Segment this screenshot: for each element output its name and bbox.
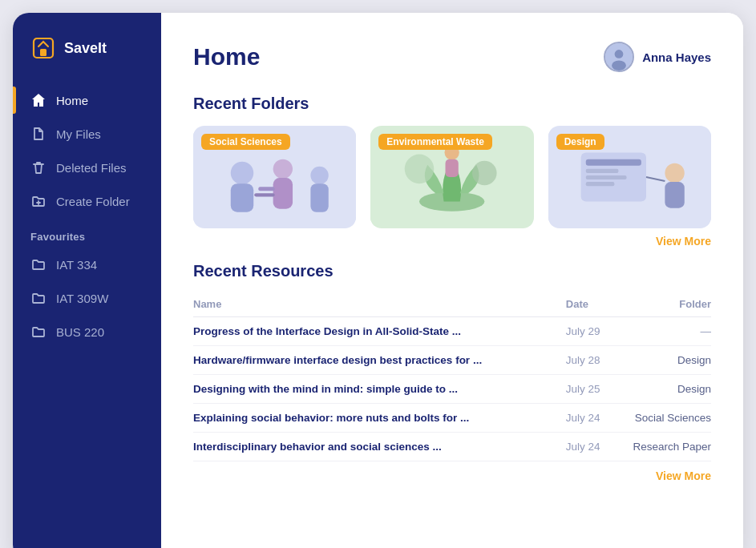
table-row: Progress of the Interface Design in All-… <box>193 317 711 346</box>
resource-date-4: July 24 <box>566 404 610 433</box>
svg-rect-11 <box>254 193 274 196</box>
logo-text: SaveIt <box>64 40 107 57</box>
folder-icon-iat334 <box>30 256 46 272</box>
recent-folders-title: Recent Folders <box>193 95 711 113</box>
svg-rect-25 <box>585 182 614 186</box>
recent-resources-title: Recent Resources <box>193 262 711 280</box>
svg-rect-27 <box>665 182 684 208</box>
resource-name-1[interactable]: Progress of the Interface Design in All-… <box>193 325 461 337</box>
svg-rect-19 <box>446 159 459 177</box>
saveit-logo-icon <box>30 35 56 61</box>
avatar <box>604 42 634 72</box>
folder-card-label-design: Design <box>556 134 604 150</box>
resource-date-3: July 25 <box>566 375 610 404</box>
resource-date-5: July 24 <box>566 433 610 461</box>
folder-card-label-env: Environmental Waste <box>378 134 492 150</box>
svg-rect-24 <box>585 175 626 179</box>
app-container: SaveIt Home My Files Deleted Files <box>13 13 743 548</box>
files-icon <box>30 126 46 142</box>
sidebar-logo: SaveIt <box>13 35 161 83</box>
resource-name-5[interactable]: Interdisciplinary behavior and social sc… <box>193 441 442 453</box>
resource-folder-1: — <box>610 317 711 346</box>
sidebar-item-deleted-files[interactable]: Deleted Files <box>13 151 161 184</box>
resource-folder-4: Social Sciences <box>610 404 711 433</box>
resource-name-4[interactable]: Explaining social behavior: more nuts an… <box>193 412 469 424</box>
folder-card-design[interactable]: Design <box>548 126 711 228</box>
sidebar-item-iat309w-label: IAT 309W <box>56 292 108 305</box>
table-row: Explaining social behavior: more nuts an… <box>193 404 711 433</box>
col-header-name: Name <box>193 293 566 317</box>
resource-date-2: July 28 <box>566 346 610 375</box>
svg-point-3 <box>615 50 624 58</box>
svg-rect-22 <box>585 159 641 166</box>
resources-view-more[interactable]: View More <box>193 469 711 482</box>
resource-folder-5: Research Paper <box>610 433 711 461</box>
col-header-date: Date <box>566 293 610 317</box>
folder-card-environmental[interactable]: Environmental Waste <box>370 126 533 228</box>
resources-table-body: Progress of the Interface Design in All-… <box>193 317 711 461</box>
sidebar: SaveIt Home My Files Deleted Files <box>13 13 161 548</box>
resource-folder-2: Design <box>610 346 711 375</box>
svg-rect-7 <box>231 183 253 212</box>
main-header: Home Anna Hayes <box>193 42 711 72</box>
folders-view-more[interactable]: View More <box>193 235 711 248</box>
col-header-folder: Folder <box>610 293 711 317</box>
sidebar-item-create-folder[interactable]: Create Folder <box>13 184 161 218</box>
table-row: Interdisciplinary behavior and social sc… <box>193 433 711 461</box>
sidebar-item-create-folder-label: Create Folder <box>56 195 130 208</box>
folders-grid: Social Sciences <box>193 126 711 228</box>
folder-icon-iat309w <box>30 290 46 306</box>
svg-rect-9 <box>273 178 293 209</box>
resource-folder-3: Design <box>610 375 711 404</box>
resource-date-1: July 29 <box>566 317 610 346</box>
sidebar-item-bus220[interactable]: BUS 220 <box>13 315 161 349</box>
svg-point-17 <box>472 161 496 185</box>
home-icon <box>30 92 46 108</box>
svg-point-26 <box>665 163 684 183</box>
sidebar-item-home[interactable]: Home <box>13 83 161 117</box>
resource-name-3[interactable]: Designing with the mind in mind: simple … <box>193 383 458 395</box>
sidebar-item-iat334-label: IAT 334 <box>56 258 97 272</box>
svg-point-8 <box>273 159 293 179</box>
trash-icon <box>30 159 46 175</box>
sidebar-item-my-files[interactable]: My Files <box>13 117 161 151</box>
user-name: Anna Hayes <box>642 50 711 64</box>
folder-plus-icon <box>30 193 46 209</box>
folder-card-social-sciences[interactable]: Social Sciences <box>193 126 356 228</box>
svg-rect-23 <box>585 169 618 173</box>
sidebar-item-iat334[interactable]: IAT 334 <box>13 248 161 281</box>
folder-card-label-social: Social Sciences <box>201 134 290 150</box>
sidebar-item-bus220-label: BUS 220 <box>56 325 104 339</box>
sidebar-item-my-files-label: My Files <box>56 127 101 141</box>
svg-rect-1 <box>40 49 46 56</box>
svg-rect-13 <box>310 183 328 212</box>
resources-table-head: Name Date Folder <box>193 293 711 317</box>
resources-table: Name Date Folder Progress of the Interfa… <box>193 293 711 461</box>
svg-rect-10 <box>258 187 274 191</box>
svg-point-16 <box>405 155 435 184</box>
user-info: Anna Hayes <box>604 42 711 72</box>
main-content: Home Anna Hayes Recent Folders Social Sc… <box>161 13 743 548</box>
table-row: Designing with the mind in mind: simple … <box>193 375 711 404</box>
page-title: Home <box>193 43 260 71</box>
folder-icon-bus220 <box>30 324 46 340</box>
svg-point-6 <box>231 162 253 184</box>
avatar-image <box>605 42 633 72</box>
sidebar-item-deleted-files-label: Deleted Files <box>56 161 127 175</box>
sidebar-item-home-label: Home <box>56 94 88 107</box>
sidebar-item-iat309w[interactable]: IAT 309W <box>13 281 161 315</box>
table-row: Hardware/firmware interface design best … <box>193 346 711 375</box>
svg-point-4 <box>612 60 626 71</box>
favourites-label: Favourites <box>13 218 161 248</box>
svg-point-12 <box>310 167 328 184</box>
resources-header-row: Name Date Folder <box>193 293 711 317</box>
resource-name-2[interactable]: Hardware/firmware interface design best … <box>193 354 482 366</box>
